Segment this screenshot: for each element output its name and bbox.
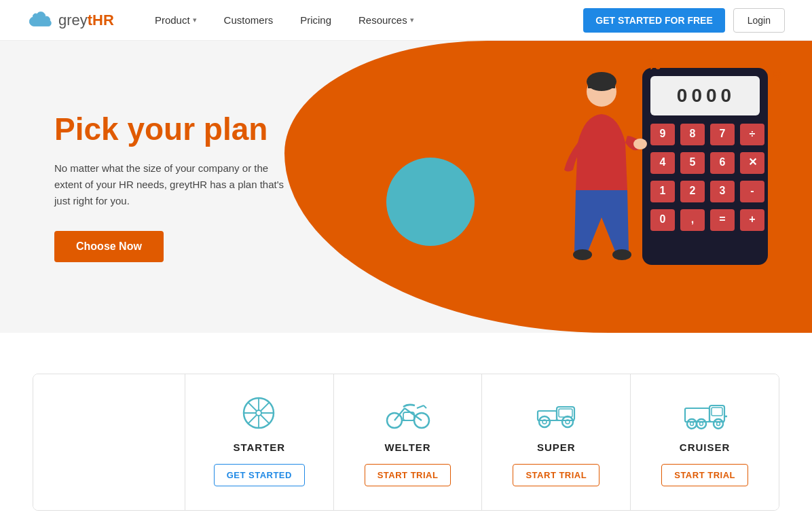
super-icon [532,395,580,432]
starter-plan-name: STARTER [233,441,285,453]
login-button[interactable]: Login [733,8,785,33]
svg-point-66 [562,416,573,427]
nav-links: Product ▾ Customers Pricing Resources ▾ [141,0,583,41]
svg-text:-: - [764,57,769,74]
hero-section: Pick your plan No matter what the size o… [0,41,812,333]
nav-actions: GET STARTED FOR FREE Login [583,8,785,33]
welter-icon [384,395,432,432]
svg-text:₹: ₹ [773,69,781,84]
svg-text:3: 3 [720,185,726,196]
choose-now-button[interactable]: Choose Now [54,231,164,262]
svg-line-52 [248,415,257,424]
svg-text:%: % [648,56,661,73]
svg-text:8: 8 [690,128,696,139]
svg-text:,: , [691,213,694,225]
hero-illustration: 0000 % ₹ - 9 8 7 ÷ 4 5 6 ✕ [527,54,785,299]
nav-pricing[interactable]: Pricing [287,0,345,41]
nav-product[interactable]: Product ▾ [141,0,210,41]
welter-cta-button[interactable]: START TRIAL [365,464,451,486]
super-plan-name: SUPER [537,441,576,453]
svg-point-77 [717,422,720,426]
plan-card-welter: WELTER START TRIAL [334,374,483,510]
svg-rect-68 [559,409,572,417]
svg-line-51 [261,402,270,411]
svg-text:÷: ÷ [750,128,756,139]
svg-text:2: 2 [690,185,696,196]
svg-text:+: + [749,213,755,225]
nav-customers[interactable]: Customers [210,0,287,41]
logo[interactable]: greytHR [27,10,114,31]
svg-point-42 [612,249,631,260]
svg-point-64 [539,416,550,427]
plan-card-starter: STARTER GET STARTED [185,374,334,510]
pricing-section: STARTER GET STARTED [0,333,812,523]
svg-point-75 [700,422,703,426]
svg-text:1: 1 [660,185,666,196]
svg-point-44 [256,410,261,416]
svg-line-58 [417,405,424,408]
svg-point-74 [697,419,706,429]
svg-text:9: 9 [660,128,666,139]
resources-chevron-icon: ▾ [410,16,414,24]
welter-plan-name: WELTER [384,441,430,453]
svg-text:0: 0 [660,213,666,225]
svg-line-50 [261,415,270,424]
svg-text:7: 7 [720,128,726,139]
svg-point-41 [573,249,592,260]
svg-text:4: 4 [660,156,666,168]
plan-features-column [33,374,185,510]
svg-point-40 [633,139,647,149]
svg-text:6: 6 [720,156,726,168]
starter-icon [236,395,283,432]
logo-text: greytHR [58,12,114,29]
svg-point-76 [714,419,723,429]
get-started-button[interactable]: GET STARTED FOR FREE [583,8,724,33]
super-cta-button[interactable]: START TRIAL [513,464,599,486]
hero-content: Pick your plan No matter what the size o… [0,71,339,304]
svg-rect-78 [712,408,722,416]
product-chevron-icon: ▾ [193,16,197,24]
svg-line-49 [248,402,257,411]
pricing-cards-container: STARTER GET STARTED [33,374,779,511]
hero-title: Pick your plan [54,111,285,147]
svg-text:0000: 0000 [677,85,735,106]
svg-line-59 [424,405,426,408]
cruiser-icon [681,395,728,432]
starter-cta-button[interactable]: GET STARTED [214,464,305,486]
calculator-illustration: 0000 % ₹ - 9 8 7 ÷ 4 5 6 ✕ [527,54,785,299]
navbar: greytHR Product ▾ Customers Pricing Reso… [0,0,812,41]
plan-card-super: SUPER START TRIAL [482,374,631,510]
cruiser-plan-name: CRUISER [680,441,731,453]
cruiser-cta-button[interactable]: START TRIAL [661,464,748,486]
svg-point-72 [687,419,697,429]
svg-text:5: 5 [690,156,696,168]
svg-text:✕: ✕ [748,156,757,168]
hero-teal-circle [386,158,475,246]
hero-subtitle: No matter what the size of your company … [54,160,285,209]
svg-text:-: - [750,185,754,196]
svg-point-73 [690,422,694,426]
nav-resources[interactable]: Resources ▾ [345,0,428,41]
plan-card-cruiser: CRUISER START TRIAL [631,374,779,510]
svg-text:=: = [719,213,725,225]
